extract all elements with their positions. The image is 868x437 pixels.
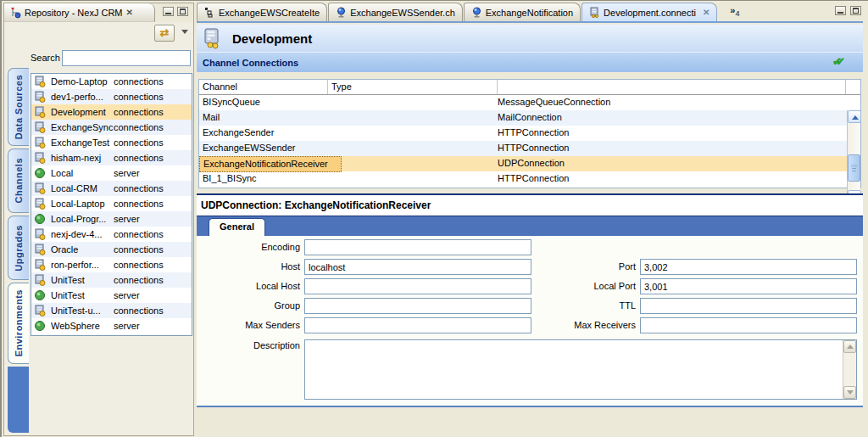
sidebar-tab-channels[interactable]: Channels bbox=[8, 148, 29, 213]
connections-icon bbox=[34, 121, 46, 133]
scrollbar-corner bbox=[846, 80, 860, 94]
table-row[interactable]: ExchangeSenderHTTPConnection bbox=[199, 126, 860, 141]
table-body: BISyncQueueMessageQueueConnection MailMa… bbox=[199, 95, 860, 187]
editor-area: ExchangeEWSCreateIte ExchangeEWSSender.c… bbox=[197, 3, 863, 436]
editor-minimize-button[interactable] bbox=[835, 6, 846, 15]
sidebar-tab-data-sources[interactable]: Data Sources bbox=[8, 68, 29, 146]
description-textarea[interactable] bbox=[304, 339, 857, 400]
connections-icon bbox=[34, 228, 46, 240]
view-menu-dropdown-icon[interactable] bbox=[181, 30, 188, 34]
editor-tab-bar: ExchangeEWSCreateIte ExchangeEWSSender.c… bbox=[197, 3, 863, 23]
editor-maximize-button[interactable] bbox=[850, 6, 861, 15]
tab-exchangenotification[interactable]: ExchangeNotification bbox=[464, 3, 581, 21]
tab-exchangeewssender[interactable]: ExchangeEWSSender.ch bbox=[328, 3, 463, 21]
list-item[interactable]: nexj-dev-4...connections bbox=[31, 227, 192, 242]
connections-icon bbox=[34, 305, 46, 317]
view-close-icon[interactable]: ✕ bbox=[126, 8, 133, 17]
list-item-selected[interactable]: Developmentconnections bbox=[31, 104, 192, 120]
list-item[interactable]: hisham-nexjconnections bbox=[31, 150, 192, 165]
local-host-label: Local Host bbox=[197, 281, 300, 291]
search-input[interactable] bbox=[62, 50, 191, 66]
list-item[interactable]: UnitTest-u...connections bbox=[31, 303, 192, 318]
list-item[interactable]: ExchangeTestconnections bbox=[31, 135, 192, 150]
sidebar-tab-filler bbox=[8, 367, 29, 433]
ttl-label: TTL bbox=[551, 300, 636, 311]
list-item[interactable]: UnitTestserver bbox=[31, 288, 192, 303]
host-field[interactable] bbox=[304, 259, 531, 275]
connections-icon bbox=[34, 182, 46, 194]
page-title: Development bbox=[232, 31, 312, 46]
list-item[interactable]: Localserver bbox=[31, 165, 192, 181]
host-label: Host bbox=[197, 261, 300, 272]
general-form: Encoding Host Port Local Host Local Port… bbox=[197, 236, 863, 407]
sidebar-tab-upgrades[interactable]: Upgrades bbox=[8, 216, 29, 280]
tab-general[interactable]: General bbox=[209, 218, 265, 236]
encoding-field[interactable] bbox=[304, 239, 531, 255]
list-item[interactable]: Oracleconnections bbox=[31, 242, 192, 257]
search-row: Search bbox=[4, 48, 193, 70]
tab-exchangeewscreateite[interactable]: ExchangeEWSCreateIte bbox=[197, 3, 327, 21]
environment-icon bbox=[202, 27, 224, 49]
list-item[interactable]: ExchangeSyncconnections bbox=[31, 120, 192, 135]
sidebar-tab-environments[interactable]: Environments bbox=[8, 283, 29, 364]
list-item[interactable]: Demo-Laptopconnections bbox=[31, 74, 192, 89]
view-maximize-button[interactable] bbox=[177, 7, 188, 16]
local-host-field[interactable] bbox=[304, 278, 531, 294]
table-row[interactable]: BI_1_BISyncHTTPConnection bbox=[199, 171, 860, 187]
ttl-field[interactable] bbox=[640, 298, 857, 314]
description-label: Description bbox=[197, 340, 300, 350]
table-scrollbar[interactable] bbox=[847, 110, 860, 203]
scroll-up-button[interactable] bbox=[843, 340, 856, 353]
editor-header: Development bbox=[197, 25, 863, 52]
max-receivers-label: Max Receivers bbox=[551, 320, 636, 330]
connections-icon bbox=[34, 259, 46, 271]
local-port-field[interactable] bbox=[640, 278, 857, 294]
port-label: Port bbox=[551, 261, 636, 272]
list-item[interactable]: Local-Laptopconnections bbox=[31, 196, 192, 211]
repository-view-tab[interactable]: Repository - NexJ CRM ✕ bbox=[4, 3, 155, 22]
list-item[interactable]: ron-perfor...connections bbox=[31, 257, 192, 272]
max-senders-field[interactable] bbox=[304, 317, 531, 333]
column-header-channel[interactable]: Channel bbox=[199, 80, 328, 94]
channel-connections-header: Channel Connections ✔✔ bbox=[197, 52, 863, 72]
scroll-up-button[interactable] bbox=[848, 110, 861, 123]
list-item[interactable]: Local-CRMconnections bbox=[31, 181, 192, 196]
view-minimize-button[interactable] bbox=[163, 7, 174, 16]
list-item[interactable]: WebSphereserver bbox=[31, 318, 192, 333]
group-field[interactable] bbox=[304, 298, 531, 314]
connections-icon bbox=[34, 91, 46, 103]
description-scrollbar[interactable] bbox=[843, 340, 856, 399]
server-icon bbox=[34, 289, 46, 301]
column-header-type[interactable]: Type bbox=[328, 80, 498, 94]
list-item[interactable]: UnitTestconnections bbox=[31, 272, 192, 288]
table-row-selected[interactable]: ExchangeNotificationReceiverUDPConnectio… bbox=[199, 156, 860, 171]
max-receivers-field[interactable] bbox=[640, 317, 857, 333]
tab-close-icon[interactable]: ✕ bbox=[703, 8, 709, 17]
environment-icon bbox=[589, 7, 600, 18]
repository-toolbar: ⇄ bbox=[4, 22, 193, 44]
detail-tab-bar: General bbox=[197, 216, 863, 236]
list-item[interactable]: Local-Progr...server bbox=[31, 211, 192, 227]
scrollbar-thumb[interactable] bbox=[848, 154, 860, 182]
group-label: Group bbox=[197, 300, 300, 311]
link-with-editor-button[interactable]: ⇄ bbox=[154, 25, 175, 42]
connections-icon bbox=[34, 244, 46, 255]
upgrade-icon bbox=[204, 7, 215, 18]
connections-icon bbox=[34, 106, 46, 118]
channel-icon bbox=[336, 7, 347, 18]
connections-icon bbox=[34, 152, 46, 164]
server-icon bbox=[34, 213, 46, 225]
connections-icon bbox=[34, 274, 46, 286]
list-item[interactable]: dev1-perfo...connections bbox=[31, 89, 192, 104]
tab-development-connections[interactable]: Development.connecti ✕ bbox=[581, 3, 717, 21]
connections-icon bbox=[34, 198, 46, 210]
repository-view: Repository - NexJ CRM ✕ ⇄ Search Data So… bbox=[3, 3, 194, 436]
table-row[interactable]: ExchangeEWSSenderHTTPConnection bbox=[199, 141, 860, 156]
table-row[interactable]: BISyncQueueMessageQueueConnection bbox=[199, 95, 860, 110]
detail-section-header: UDPConnection: ExchangeNotificationRecei… bbox=[197, 195, 863, 216]
scroll-down-button[interactable] bbox=[843, 386, 856, 399]
column-header-empty bbox=[498, 80, 846, 94]
tab-overflow-indicator[interactable]: »4 bbox=[730, 5, 739, 18]
port-field[interactable] bbox=[640, 259, 857, 275]
table-row[interactable]: MailMailConnection bbox=[199, 110, 860, 126]
